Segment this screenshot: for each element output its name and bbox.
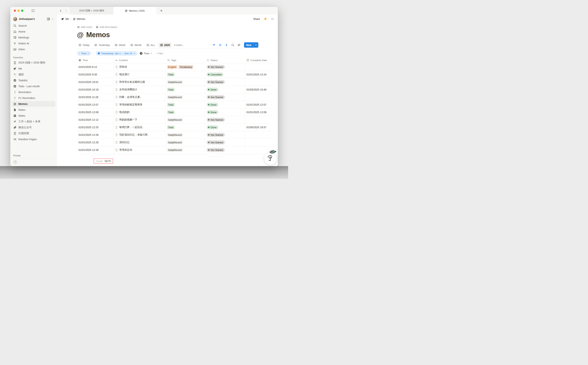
more-views-button[interactable]: 4 more...	[174, 44, 184, 47]
cell-time[interactable]: 01/01/2025 12:26	[77, 146, 114, 154]
add-filter-button[interactable]: + Filter	[156, 52, 163, 55]
add-description-button[interactable]: Add description	[96, 26, 117, 28]
favorite-item-todo-last-month[interactable]: Todo - Last month	[12, 83, 55, 89]
cell-content[interactable]: 背单词	[114, 63, 166, 71]
column-header-status[interactable]: Status	[205, 57, 245, 63]
cell-time[interactable]: 01/01/2025 11:28	[77, 93, 114, 101]
table-row[interactable]: 01/01/2025 12:26晨间日记DailyRecordNot Start…	[77, 139, 274, 146]
automation-bolt-icon[interactable]	[225, 43, 228, 47]
cell-time[interactable]: 01/01/2025 12:09	[77, 109, 114, 116]
cell-complete-date[interactable]: 01/01/2025 12:24	[245, 71, 274, 78]
favorite-item-[interactable]: 工作 + 副业 + 未来	[12, 119, 55, 124]
cell-complete-date[interactable]	[245, 131, 274, 139]
column-header-complete-date[interactable]: Complete Date	[245, 57, 274, 63]
favorite-item-[interactable]: 微信公众号	[12, 125, 55, 130]
cell-content[interactable]: 写好晨间日记，准备打牌。	[114, 131, 166, 139]
page-title[interactable]: Memos	[86, 31, 110, 39]
sidebar-item-search[interactable]: Search	[12, 23, 55, 28]
cell-time[interactable]: 01/01/2025 12:26	[77, 139, 114, 146]
cell-time[interactable]: 01/01/2025 10:01	[77, 78, 114, 86]
workspace-switcher[interactable]: Jinhuaiyao's	[12, 16, 55, 22]
cell-time[interactable]: 01/01/2025 10:19	[77, 86, 114, 93]
cell-time[interactable]	[77, 155, 114, 156]
cell-content[interactable]: 晨间日记	[114, 139, 166, 146]
sidebar-item-home[interactable]: Home	[12, 29, 55, 35]
cell-tags[interactable]: Todo	[166, 109, 205, 116]
cell-tags[interactable]: EnglishVocabulary	[166, 63, 205, 71]
favorite-item-p1-reminders[interactable]: P1 Reminders	[12, 95, 55, 101]
cell-content[interactable]: 电话奶奶	[114, 109, 166, 116]
chevron-down-icon[interactable]	[51, 18, 54, 20]
view-tab-yesterday[interactable]: Yesterday	[93, 43, 111, 48]
sidebar-toggle-icon[interactable]	[31, 9, 35, 12]
add-cover-button[interactable]: Add cover	[77, 26, 92, 28]
cell-tags[interactable]: DailyRecord	[166, 78, 205, 86]
cell-tags[interactable]: Todo	[166, 124, 205, 131]
cell-status[interactable]: Not Started	[205, 63, 245, 71]
cell-status[interactable]: Done	[205, 109, 245, 116]
cell-status[interactable]: Done	[205, 124, 245, 131]
breadcrumb-current[interactable]: Memos	[77, 17, 85, 21]
cell-content[interactable]: 等等的运动	[114, 146, 166, 154]
cell-time[interactable]: 01/01/2025 12:26	[77, 131, 114, 139]
table-row[interactable]: 01/01/2025 12:12和奶奶视频一下DailyRecordNot St…	[77, 116, 274, 124]
back-icon[interactable]	[59, 9, 62, 12]
cell-time[interactable]: 01/01/2025 8:12	[77, 63, 114, 71]
tab-2025-review[interactable]: 2025 回顾 + 2026 期待	[70, 7, 113, 14]
sidebar-item-notion-ai[interactable]: Notion AI	[12, 41, 55, 46]
table-row[interactable]: 01/01/2025 10:19去年的消费统计TodoDone01/03/202…	[77, 86, 274, 93]
forward-icon[interactable]	[65, 9, 68, 12]
cell-complete-date[interactable]	[245, 93, 274, 101]
tab-memos-2025[interactable]: @ Memos | 2025	[113, 7, 156, 14]
column-header-content[interactable]: AaContent	[114, 57, 166, 63]
view-tab-today[interactable]: Today	[77, 43, 91, 48]
close-button[interactable]	[14, 10, 16, 12]
minimize-button[interactable]	[17, 10, 20, 12]
cell-content[interactable]: 和奶奶视频一下	[114, 116, 166, 123]
cell-tags[interactable]: Todo	[166, 86, 205, 93]
cell-tags[interactable]: Todo	[166, 71, 205, 78]
favorite-item-me[interactable]: Me	[12, 66, 55, 71]
table-row[interactable]: 01/01/2025 11:28到家，走得有点累。DailyRecordNot …	[77, 93, 274, 101]
new-button[interactable]: New	[244, 42, 258, 48]
cell-tags[interactable]: Todo	[166, 101, 205, 108]
cell-status[interactable]: Not Started	[205, 139, 245, 146]
favorite-item-memos[interactable]: @Memos	[12, 101, 55, 107]
cell-tags[interactable]: DailyRecord	[166, 146, 205, 154]
cell-status[interactable]: Not Started	[205, 78, 245, 86]
cell-tags[interactable]: DailyRecord	[166, 139, 205, 146]
table-row[interactable]: 01/01/2025 12:07等等的邮箱定期登录TodoDone01/01/2…	[77, 101, 274, 109]
help-icon[interactable]: ?	[14, 161, 17, 164]
count-annotation-box[interactable]: COUNT 5675	[94, 159, 113, 164]
cell-tags[interactable]: DailyRecord	[166, 116, 205, 123]
time-filter-chip[interactable]: Time	[140, 52, 153, 55]
cell-content[interactable]: 到家，走得有点累。	[114, 93, 166, 101]
favorite-item-reminders[interactable]: Reminders	[12, 89, 55, 95]
sort-pill[interactable]: ↑ Time	[77, 51, 91, 56]
table-row[interactable]: DailyRecordNot Started	[77, 154, 274, 156]
table-row[interactable]: 01/01/2025 12:26写好晨间日记，准备打牌。DailyRecordN…	[77, 131, 274, 139]
cell-status[interactable]: Not Started	[205, 93, 245, 101]
cell-status[interactable]: Not Started	[205, 155, 245, 156]
table-row[interactable]: 01/01/2025 9:35电信退订TodoCancelled01/01/20…	[77, 71, 274, 78]
cell-complete-date[interactable]	[245, 78, 274, 86]
breadcrumb-root[interactable]: Me	[65, 17, 69, 21]
cell-content[interactable]: 每周打牌，一起玩玩	[114, 124, 166, 131]
view-tab-week[interactable]: Week	[113, 43, 127, 48]
page-icon-at[interactable]: @	[77, 31, 84, 39]
table-row[interactable]: 01/01/2025 10:01和等等出发去顾村公园DailyRecordNot…	[77, 78, 274, 86]
timestamp-filter-pill[interactable]: Timestamp: Jan 1 → Dec 31	[96, 51, 137, 56]
table-row[interactable]: 01/01/2025 12:09电话奶奶TodoDone01/01/2025 1…	[77, 109, 274, 116]
search-icon[interactable]	[231, 43, 234, 47]
favorite-item-[interactable]: 出国回国	[12, 130, 55, 136]
sidebar-item-meetings[interactable]: Meetings	[12, 35, 55, 40]
cell-status[interactable]: Cancelled	[205, 71, 245, 78]
cell-time[interactable]: 01/01/2025 9:35	[77, 71, 114, 78]
cell-time[interactable]: 01/01/2025 12:12	[77, 116, 114, 123]
cell-status[interactable]: Done	[205, 86, 245, 93]
cell-complete-date[interactable]: 01/03/2025 10:40	[245, 86, 274, 93]
new-dropdown-button[interactable]	[254, 42, 258, 48]
sort-icon[interactable]	[219, 43, 222, 47]
favorite-item-notes[interactable]: Notes	[12, 113, 55, 119]
cell-status[interactable]: Done	[205, 101, 245, 108]
